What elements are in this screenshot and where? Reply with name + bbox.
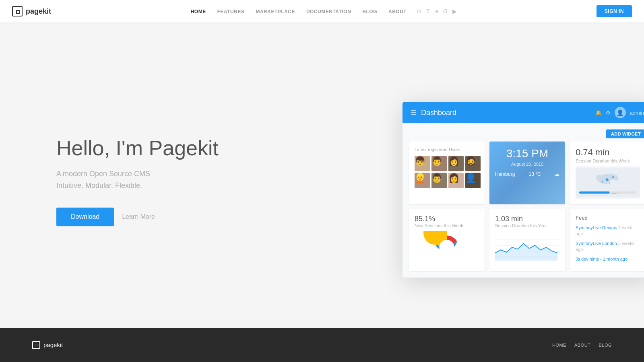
feed-link-1[interactable]: SymfonyLive Recaps [576,225,617,230]
weather-widget: 3:15 PM August 20, 2015 Hamburg 13 °C ☁ [489,142,565,204]
main-nav: HOME FEATURES MARKETPLACE DOCUMENTATION … [191,8,407,15]
dashboard-header: ☰ Dashboard 🔔 ⚙ 👤 admin [402,102,644,123]
add-widget-row: ADD WIDGET [409,130,644,138]
dashboard-body: ADD WIDGET Latest registered Users 👦 👨 👩… [402,123,644,278]
svg-point-3 [601,181,603,183]
admin-label: admin [630,109,644,115]
preview-nav: HOME ABOUT BLOG [552,343,612,348]
svg-point-2 [612,176,614,178]
pie-value: 85.1% [415,215,479,223]
nav-blog[interactable]: BLOG [362,9,377,14]
pie-label: New Sessions this Week [415,223,479,228]
hero-title: Hello, I'm Pagekit [56,136,219,160]
download-button[interactable]: Download [56,208,114,226]
svg-point-4 [609,183,611,184]
line-value: 1.03 min [495,215,559,223]
session-map: 5.043 [576,167,640,199]
weather-temp: 13 °C [529,171,541,177]
user-avatar-7: 👩 [448,173,464,188]
brand-logo[interactable]: pagekit [12,6,51,16]
weather-bottom: Hamburg 13 °C ☁ [495,171,559,177]
nav-marketplace[interactable]: MARKETPLACE [256,9,295,14]
hero-subtitle: A modern Open Source CMS Intuitive. Modu… [56,168,219,191]
svg-point-1 [606,178,609,181]
preview-nav-about[interactable]: ABOUT [574,343,590,348]
admin-avatar: 👤 [615,107,626,118]
nav-documentation[interactable]: DOCUMENTATION [306,9,351,14]
learn-more-button[interactable]: Learn More [122,208,155,226]
logo-icon [12,6,23,16]
settings-icon: ⚙ [606,109,611,115]
user-avatar-3: 👩 [448,156,464,171]
dashboard-preview: ☰ Dashboard 🔔 ⚙ 👤 admin ADD WIDGET Lates… [402,102,644,278]
weather-date: August 20, 2015 [495,162,559,167]
preview-nav-blog[interactable]: BLOG [599,343,612,348]
nav-home[interactable]: HOME [191,9,206,14]
dashboard-header-left: ☰ Dashboard [411,108,456,117]
user-avatar-2: 👨 [431,156,447,171]
users-widget-title: Latest registered Users [415,147,479,152]
users-widget: Latest registered Users 👦 👨 👩 🧔 👱 👨 👩 👤 [409,142,485,204]
twitter-icon[interactable]: 𝕋 [426,8,430,14]
googleplus-icon[interactable]: G [443,8,448,14]
nav-about[interactable]: ABOUT [388,9,407,14]
hero-content: Hello, I'm Pagekit A modern Open Source … [56,136,219,226]
session-week-label: Session Duration this Week [576,158,640,163]
preview-brand: □ pagekit [32,341,63,349]
weather-time: 3:15 PM [495,147,559,160]
line-chart-svg [495,231,559,263]
preview-brand-name: pagekit [43,341,63,348]
map-svg: 5.043 [576,167,640,199]
github-icon[interactable]: ⊙ [417,8,421,14]
users-grid: 👦 👨 👩 🧔 👱 👨 👩 👤 [415,156,479,188]
add-widget-button[interactable]: ADD WIDGET [606,130,644,138]
feed-widget: Feed SymfonyLive Recaps 1 week ago Symfo… [570,209,644,271]
brand-name: pagekit [26,7,51,16]
line-label: Session Duration this Year [495,223,559,228]
preview-logo-icon: □ [32,341,40,349]
dashboard-header-right: 🔔 ⚙ 👤 admin [595,107,644,118]
navbar: pagekit HOME FEATURES MARKETPLACE DOCUME… [0,0,644,23]
weather-city: Hamburg [495,171,515,177]
user-avatar-5: 👱 [415,173,430,188]
signin-button[interactable]: SIGN IN [597,5,632,17]
hamburger-icon: ☰ [411,109,416,116]
svg-rect-6 [579,191,610,193]
pie-chart-svg [423,231,471,263]
svg-point-8 [439,240,454,255]
line-widget: 1.03 min Session Duration this Year [489,209,565,271]
session-week-widget: 0.74 min Session Duration this Week [570,142,644,204]
bottom-preview: □ pagekit HOME ABOUT BLOG [0,328,644,362]
user-avatar-1: 👦 [415,156,430,171]
user-avatar-8: 👤 [465,173,481,188]
preview-nav-home[interactable]: HOME [552,343,566,348]
pie-widget: 85.1% New Sessions this Week [409,209,485,271]
hero-section: Hello, I'm Pagekit A modern Open Source … [0,0,644,362]
feed-item-3: Js dev hints - 1 month ago [576,256,640,262]
feed-title: Feed [576,215,640,221]
pie-chart-container [415,231,479,263]
social-links: ⊙ 𝕋 ≡ G ▶ [410,8,457,14]
feed-item-2: SymfonyLive London 3 weeks ago [576,241,640,253]
svg-text:5.043: 5.043 [611,192,618,195]
feed-link-3[interactable]: Js dev hints - 1 month ago [576,256,627,261]
dashboard-title: Dashboard [421,108,456,117]
session-week-value: 0.74 min [576,147,640,158]
feed-link-2[interactable]: SymfonyLive London [576,241,617,246]
cloud-icon: ☁ [555,171,559,177]
user-avatar-6: 👨 [431,173,447,188]
hero-buttons: Download Learn More [56,208,219,226]
slack-icon[interactable]: ≡ [435,8,438,14]
feed-item-1: SymfonyLive Recaps 1 week ago [576,225,640,237]
user-avatar-4: 🧔 [465,156,481,171]
bell-icon: 🔔 [595,109,602,115]
youtube-icon[interactable]: ▶ [452,8,457,14]
nav-features[interactable]: FEATURES [217,9,245,14]
